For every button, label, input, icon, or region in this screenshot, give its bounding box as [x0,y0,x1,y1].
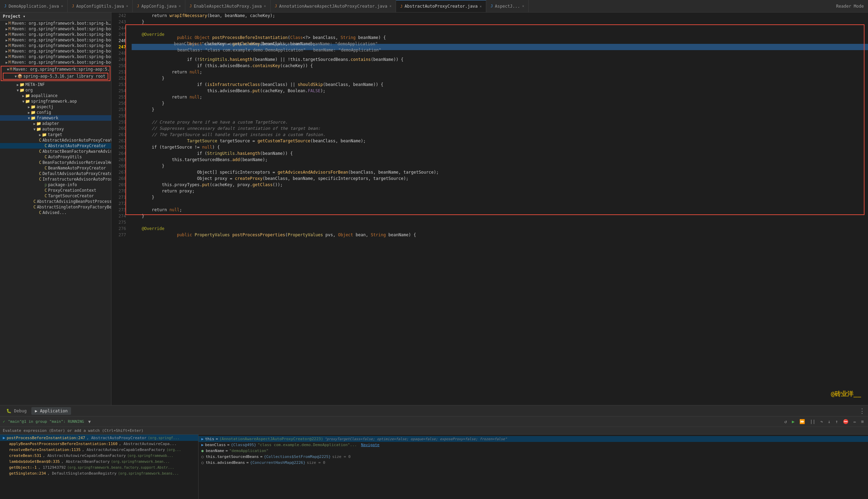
list-item[interactable]: C ProxyCreationContext [0,188,111,193]
tree-item-label: BeanFactoryAdvisorRetrievalHelper... [42,160,111,165]
tree-item-label: Maven: org.springframework.boot:spring-b… [12,32,111,37]
list-item[interactable]: C BeanNameAutoProxyCreator [0,165,111,171]
code-lines[interactable]: return wrapIfNecessary(bean, beanName, c… [129,13,868,405]
list-item[interactable]: ▼ M Maven: org.springframework:spring-ao… [1,66,110,72]
frame-item[interactable]: getObject:-1 , 1712943792 (org.springfra… [0,465,198,470]
navigate-link[interactable]: Navigate [361,443,380,447]
settings-btn[interactable]: ✏ [852,418,858,425]
code-line [132,200,868,207]
var-eq: = [226,449,228,453]
var-item[interactable]: ○ this.advisedBeans = {ConcurrentHashMap… [199,460,868,466]
list-item[interactable]: C BeanFactoryAdvisorRetrievalHelper... [0,160,111,165]
resume-btn[interactable]: ▶ [790,418,796,425]
list-item[interactable]: ▶ M Maven: org.springframework.boot:spri… [0,60,111,65]
list-item[interactable]: ▶ M Maven: org.springframework.boot:spri… [0,37,111,43]
list-item[interactable]: ▶ 📁 config [0,110,111,115]
list-item[interactable]: ▶ M Maven: org.springframework.boot:spri… [0,32,111,37]
var-val: "demoApplication" [229,449,269,453]
list-item[interactable]: ▶ M Maven: org.springframework.boot:spri… [0,26,111,32]
code-line: public PropertyValues postProcessPropert… [132,232,868,238]
list-item[interactable]: C TargetSourceCreator [0,193,111,199]
var-item[interactable]: ● beanName = "demoApplication" [199,448,868,454]
code-line: if (StringUtils.hasLength(beanName)) { [132,150,868,157]
var-val: size = 0 [332,454,351,459]
code-line: } [132,100,868,106]
tab-label: AnnotationAwareAspectJAutoProxyCreator.j… [279,4,387,9]
tab-aopconfigutils[interactable]: J AopConfigUtils.java × [68,0,133,13]
resume-program-btn[interactable]: ⏩ [798,418,806,425]
step-over-btn[interactable]: ↷ [819,418,824,425]
list-item[interactable]: ▶ 📁 adapter [0,121,111,126]
list-item[interactable]: ▼ 📁 springframework.aop [0,98,111,104]
list-item[interactable]: C DefaultAdvisorAutoProxyCreator [0,171,111,176]
list-item[interactable]: ▼ 📁 autoproxy [0,126,111,132]
line-num: 267 [111,169,126,175]
pause-btn[interactable]: || [808,418,817,425]
expand-icon[interactable]: ▶ [201,437,204,441]
var-item[interactable]: ▶ this = (AnnotationAwareAspectJAutoProx… [199,436,868,442]
list-item[interactable]: C InfrastructureAdvisorAutoProxyCre... [0,176,111,182]
frame-method: getObject:-1 [9,465,37,470]
close-icon[interactable]: × [522,4,524,8]
frame-item[interactable]: lambda$doGetBean$0:335 , AbstractBeanFac… [0,459,198,465]
list-item[interactable]: C AbstractAdvisorAutoProxyCreator [0,137,111,143]
list-item[interactable]: ▼ 📦 spring-aop-5.3.16.jar library root [3,73,108,79]
stop-btn[interactable]: ⛔ [842,418,850,425]
var-item[interactable]: ▶ beanClass = {Class@495} "class com.exa… [199,442,868,448]
list-item[interactable]: ▶ 📁 aopalliance [0,93,111,98]
list-item[interactable]: ▶ 📁 aspectj [0,104,111,110]
frame-class: , AbstractAutoProxyCreator [86,436,146,440]
more-options-icon[interactable]: ⋮ [859,407,865,414]
frame-item[interactable]: resolveBeforeInstantiation:1135 , Abstra… [0,447,198,453]
list-item[interactable]: ▼ 📁 org [0,87,111,93]
tab-demoapplication[interactable]: J DemoApplication.java × [0,0,68,13]
list-item[interactable]: C AbstractBeanFactoryAwareAdvising... [0,149,111,154]
list-item[interactable]: C AbstractSingletonProxyFactoryBean [0,204,111,210]
list-item[interactable]: ▶ 📁 target [0,132,111,137]
tab-enableasp[interactable]: J EnableAspectJAutoProxy.java × [185,0,271,13]
list-item[interactable]: ▶ 📁 META-INF [0,82,111,87]
tab-appconfig[interactable]: J AppConfig.java × [133,0,185,13]
list-item[interactable]: C AbstractAdvisingBeanPostProcessor [0,199,111,204]
list-item[interactable]: ▶ M Maven: org.springframework.boot:spri… [0,43,111,48]
list-item[interactable]: ▶ M Maven: org.springframework.boot:spri… [0,48,111,54]
list-item[interactable]: ▶ M Maven: org.springframework.boot:spri… [0,54,111,60]
tab-debug[interactable]: 🐛 Debug [3,407,30,415]
frame-item[interactable]: getSingleton:234 , DefaultSingletonBeanR… [0,470,198,476]
tab-annotation[interactable]: J AnnotationAwareAspectJAutoProxyCreator… [271,0,396,13]
reader-mode-btn[interactable]: Reader Mode [836,4,868,9]
filter-icon[interactable]: ▼ [88,419,91,424]
var-item[interactable]: ○ this.targetSourcedBeans = {Collections… [199,454,868,460]
folder-icon: 📁 [25,93,30,98]
list-item[interactable]: C AutoProxyUtils [0,154,111,160]
evaluate-bar[interactable]: Evaluate expression (Enter) or add a wat… [0,427,868,435]
close-icon[interactable]: × [126,4,128,8]
frame-item[interactable]: applyBeanPostProcessorsBeforeInstantiati… [0,441,198,447]
tab-application[interactable]: ▶ Application [31,407,71,415]
code-text: } [132,213,144,219]
frame-item[interactable]: ▶ postProcessBeforeInstantiation:247 , A… [0,435,198,441]
list-item[interactable]: C AbstractAutoProxyCreator [0,143,111,149]
code-line: return proxy; [132,188,868,194]
step-out-btn[interactable]: ↑ [834,418,840,425]
list-item[interactable]: ▶ M Maven: org.springframework.boot:spri… [0,21,111,26]
list-item[interactable]: ▼ 📁 framework [0,115,111,121]
frame-item[interactable]: createBean:531 , AbstractAutowireCapable… [0,453,198,459]
close-icon[interactable]: × [389,4,392,8]
restart-btn[interactable]: ↺ [783,418,789,425]
close-icon[interactable]: × [480,5,482,8]
list-item[interactable]: C Advised... [0,210,111,215]
expand-icon[interactable]: ▶ [201,443,204,447]
line-num: 264 [111,150,126,157]
more-btn[interactable]: ≡ [860,418,865,425]
close-icon[interactable]: × [61,4,63,8]
list-item[interactable]: p package-info [0,182,111,188]
tab-abstractauto[interactable]: J AbstractAutoProxyCreator.java × [396,0,486,13]
close-icon[interactable]: × [179,4,181,8]
line-num: 260 [111,125,126,132]
step-into-btn[interactable]: ↓ [827,418,832,425]
tab-aspectj[interactable]: J AspectJ... × [486,0,529,13]
close-icon[interactable]: × [264,4,266,8]
folder-icon: 📁 [31,104,36,109]
class-icon: C [33,199,36,204]
